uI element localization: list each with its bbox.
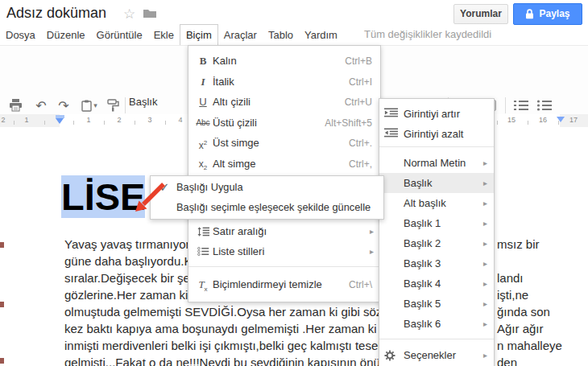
- ruler-number: 3: [147, 116, 151, 124]
- paragraph-style-selector[interactable]: Başlık: [129, 96, 157, 108]
- submenu-arrow-icon: ▸: [483, 314, 487, 334]
- italic-icon: I: [193, 72, 213, 93]
- menu-bicim[interactable]: Biçim: [180, 24, 218, 46]
- submenu-arrow-icon: ▸: [370, 221, 374, 242]
- menu-item-shortcut: Ctrl+B: [345, 51, 372, 72]
- menu-item-shortcut: Ctrl+,: [349, 154, 372, 175]
- menu-item-label: Girintiyi azalt: [404, 124, 463, 144]
- menu-dosya[interactable]: Dosya: [0, 25, 41, 46]
- menu-item-label: Başlık 2: [404, 233, 441, 253]
- menu-item-label: Başlık 5: [404, 294, 441, 314]
- text-line-fragment: msız bir: [497, 236, 540, 253]
- numbered-list-button[interactable]: [511, 96, 532, 115]
- strikethrough-icon: Abc: [193, 113, 213, 134]
- right-indent-marker[interactable]: [557, 117, 565, 122]
- redo-button[interactable]: ↷: [55, 96, 72, 115]
- ruler-number: 4: [178, 116, 182, 124]
- underline-icon: U: [193, 92, 213, 113]
- menu-separator: [379, 146, 494, 147]
- print-button[interactable]: [6, 96, 24, 115]
- paint-format-button[interactable]: [105, 96, 122, 115]
- ruler-number: 2: [117, 116, 121, 124]
- menu-item-superscript[interactable]: x2 Üst simge Ctrl+.: [188, 133, 380, 154]
- submenu-arrow-icon: ▸: [483, 273, 487, 294]
- text-line-fragment: den: [497, 354, 517, 366]
- menu-item-label: Alt simge: [213, 154, 255, 175]
- increase-indent-icon: [384, 108, 398, 117]
- menu-item-label: Başlığı seçimle eşleşecek şekilde güncel…: [176, 198, 371, 217]
- menu-item-label: Başlık 6: [404, 314, 441, 334]
- gear-icon: [384, 350, 395, 361]
- text-line-fragment: landı: [497, 269, 524, 287]
- menu-yardim[interactable]: Yardım: [299, 25, 343, 46]
- menu-item-title[interactable]: Başlık ▸: [379, 173, 494, 193]
- menu-item-options[interactable]: Seçenekler ▸: [379, 345, 494, 365]
- paragraph-styles-submenu: Girintiyi artır Girintiyi azalt Normal M…: [379, 98, 495, 366]
- submenu-arrow-icon: ▸: [483, 253, 487, 273]
- menu-item-clear-formatting[interactable]: Tx Biçimlendirmeyi temizle Ctrl+\: [188, 274, 380, 295]
- menu-araclar[interactable]: Araçlar: [218, 25, 263, 46]
- menu-item-label: Başlık 3: [404, 253, 441, 273]
- menu-item-shortcut: Ctrl+\: [349, 274, 372, 295]
- google-docs-window: Adsız doküman ☆ Yorumlar Paylaş DosyaDüz…: [0, 0, 588, 366]
- submenu-arrow-icon: ▸: [483, 294, 487, 314]
- submenu-arrow-icon: ▸: [483, 233, 487, 253]
- menu-item-bold[interactable]: B Kalın Ctrl+B: [188, 51, 380, 72]
- menu-item-heading-1[interactable]: Başlık 1 ▸: [379, 213, 494, 233]
- superscript-icon: x2: [193, 133, 213, 156]
- menu-separator: [379, 339, 494, 339]
- menu-item-heading-4[interactable]: Başlık 4 ▸: [379, 273, 494, 294]
- ruler-number: 1: [86, 116, 90, 124]
- menu-goruntule[interactable]: Görüntüle: [91, 25, 148, 46]
- menu-item-line-spacing[interactable]: Satır aralığı ▸: [188, 221, 380, 242]
- menu-item-decrease-indent[interactable]: Girintiyi azalt: [379, 124, 494, 144]
- menu-item-subscript[interactable]: x2 Alt simge Ctrl+,: [188, 154, 380, 175]
- menu-duzenle[interactable]: Düzenle: [41, 25, 91, 46]
- menu-item-heading-3[interactable]: Başlık 3 ▸: [379, 253, 494, 273]
- menu-item-increase-indent[interactable]: Girintiyi artır: [379, 104, 494, 124]
- menu-tablo[interactable]: Tablo: [263, 25, 299, 46]
- undo-button[interactable]: ↶: [32, 96, 50, 115]
- menu-item-update-title[interactable]: Başlığı seçimle eşleşecek şekilde güncel…: [151, 198, 383, 217]
- ruler-number: 15: [507, 116, 516, 124]
- menu-item-list-styles[interactable]: Liste stilleri ▸: [188, 241, 380, 262]
- menu-item-heading-5[interactable]: Başlık 5 ▸: [379, 294, 494, 314]
- folder-icon[interactable]: [143, 8, 156, 18]
- menu-item-label: Seçenekler: [404, 345, 456, 365]
- line-spacing-icon: [193, 221, 213, 236]
- chevron-down-icon: ▾: [93, 101, 97, 109]
- clear-formatting-icon: Tx: [193, 274, 213, 300]
- menu-item-label: Üstü çizili: [213, 113, 257, 134]
- menu-separator: [188, 266, 380, 267]
- red-annotation-arrow: [119, 172, 184, 220]
- share-button-label: Paylaş: [539, 4, 569, 24]
- save-status: Tüm değişiklikler kaydedildi: [364, 24, 491, 45]
- menu-item-subtitle[interactable]: Alt başlık ▸: [379, 193, 494, 213]
- menu-ekle[interactable]: Ekle: [148, 25, 180, 46]
- paste-format-button[interactable]: ▾: [77, 96, 101, 115]
- share-button[interactable]: Paylaş: [513, 3, 582, 25]
- ruler-number: 17: [569, 116, 578, 124]
- menu-item-italic[interactable]: I İtalik Ctrl+I: [188, 72, 380, 93]
- menu-item-label: Biçimlendirmeyi temizle: [213, 274, 322, 295]
- menu-item-label: Liste stilleri: [213, 241, 264, 262]
- decrease-indent-icon: [384, 128, 398, 138]
- menu-item-apply-title[interactable]: ✓ Başlığı Uygula: [151, 178, 383, 197]
- bulleted-list-button[interactable]: [534, 96, 555, 115]
- star-icon[interactable]: ☆: [123, 6, 135, 23]
- menu-item-shortcut: Ctrl+U: [345, 92, 372, 113]
- title-style-popup: ✓ Başlığı Uygula Başlığı seçimle eşleşec…: [150, 175, 384, 220]
- menu-item-label: Satır aralığı: [213, 221, 267, 242]
- menu-item-label: İtalik: [213, 72, 234, 93]
- menu-item-normal-text[interactable]: Normal Metin ▸: [379, 153, 494, 173]
- document-title[interactable]: Adsız doküman: [6, 5, 106, 22]
- left-edge-artifact: [0, 242, 4, 248]
- menu-item-strikethrough[interactable]: Abc Üstü çizili Alt+Shift+5: [188, 113, 380, 134]
- left-indent-marker[interactable]: [56, 118, 64, 124]
- menu-item-label: Altı çizili: [213, 92, 251, 113]
- comments-button[interactable]: Yorumlar: [453, 4, 508, 24]
- menu-item-underline[interactable]: U Altı çizili Ctrl+U: [188, 92, 380, 113]
- menu-item-heading-2[interactable]: Başlık 2 ▸: [379, 233, 494, 253]
- menu-item-heading-6[interactable]: Başlık 6 ▸: [379, 314, 494, 334]
- menu-item-label: Alt başlık: [404, 193, 446, 213]
